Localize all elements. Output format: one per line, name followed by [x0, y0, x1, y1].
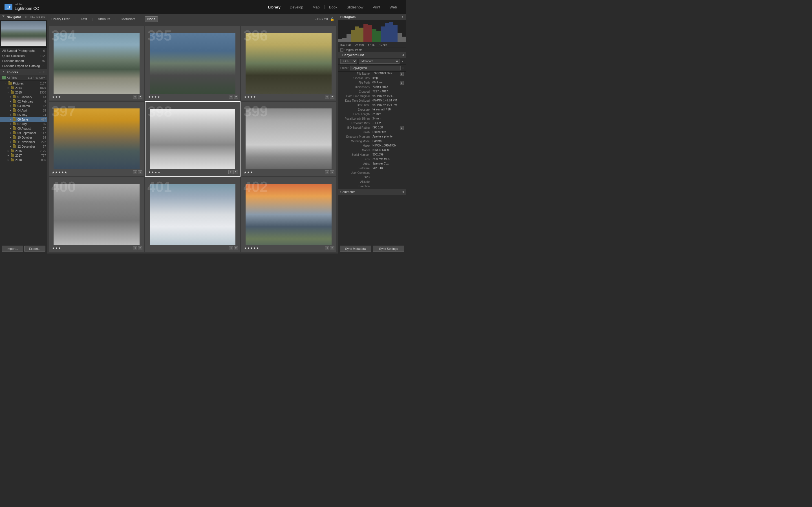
pictures-expand[interactable]: ▾ [4, 82, 7, 85]
filter-text[interactable]: Text [79, 17, 89, 22]
folder-jan[interactable]: ▶ 01 January 13 [0, 95, 47, 99]
folder-2016[interactable]: ▶ 2016 2175 [0, 149, 47, 153]
flag-icon[interactable]: ⚑ [234, 95, 238, 99]
nav-web[interactable]: Web [385, 5, 402, 9]
rotate-icon[interactable]: ⟲ [229, 95, 233, 99]
comments-chevron[interactable]: ◀ [402, 190, 404, 193]
jan-expand[interactable]: ▶ [9, 96, 12, 98]
meta-btn-iso[interactable]: ▶ [400, 126, 404, 130]
photo-394[interactable] [54, 33, 140, 94]
rotate-icon[interactable]: ⟲ [325, 246, 329, 250]
folder-2017[interactable]: ▶ 2017 737 [0, 153, 47, 158]
feb-expand[interactable]: ▶ [9, 100, 12, 103]
photo-401[interactable] [150, 184, 236, 245]
metadata-chevron[interactable]: ▼ [401, 60, 404, 63]
aug-expand[interactable]: ▶ [9, 127, 12, 130]
photo-395[interactable] [150, 33, 236, 94]
rotate-icon[interactable]: ⟲ [133, 95, 137, 99]
meta-btn-filepath[interactable]: ▶ [400, 81, 404, 85]
flag-icon[interactable]: ⚑ [330, 95, 335, 99]
grid-cell-398[interactable]: 398 ★ ★ ★ ★ ⟲ ⚑ [145, 101, 241, 177]
photo-400[interactable] [54, 184, 140, 245]
preset-input[interactable] [350, 66, 401, 70]
sync-metadata-button[interactable]: Sync Metadata [340, 245, 371, 252]
exif-select[interactable]: EXIF IPTC [340, 59, 357, 64]
rotate-icon[interactable]: ⟲ [133, 170, 137, 174]
folder-sep[interactable]: ▶ 09 September 117 [0, 131, 47, 135]
rotate-icon[interactable]: ⟲ [229, 170, 233, 174]
flag-icon[interactable]: ⚑ [138, 95, 142, 99]
folder-jul[interactable]: ▶ 07 July 86 [0, 122, 47, 126]
orig-photo-checkbox[interactable] [340, 48, 343, 52]
photo-398[interactable] [150, 109, 236, 169]
export-button[interactable]: Export... [24, 245, 46, 252]
flag-icon[interactable]: ⚑ [234, 170, 238, 174]
nav-print[interactable]: Print [368, 5, 385, 9]
rotate-icon[interactable]: ⟲ [229, 246, 233, 250]
folder-apr[interactable]: ▶ 04 April 35 [0, 108, 47, 113]
2017-expand[interactable]: ▶ [7, 154, 10, 157]
folder-plus[interactable]: + [43, 70, 45, 74]
filter-none[interactable]: None [145, 16, 158, 22]
nav-map[interactable]: Map [308, 5, 324, 9]
grid-cell-395[interactable]: 395 ★ ★ ★ ★ ⟲ ⚑ [145, 25, 241, 101]
folder-may[interactable]: ▶ 05 May 24 [0, 113, 47, 117]
navigator-header[interactable]: Navigator FIT FILL 1:1 2:1 [0, 14, 47, 20]
folder-dec[interactable]: ▶ 12 December 57 [0, 144, 47, 149]
jul-expand[interactable]: ▶ [9, 122, 12, 125]
keyword-plus[interactable]: + [342, 53, 343, 57]
folder-2018[interactable]: ▶ 2018 806 [0, 158, 47, 162]
import-button[interactable]: Import... [2, 245, 23, 252]
catalog-previous-import[interactable]: Previous Import 45 [0, 58, 47, 63]
flag-icon[interactable]: ⚑ [330, 170, 335, 174]
folder-minus[interactable]: − [39, 70, 41, 74]
folders-header[interactable]: Folders − + [0, 69, 47, 75]
preset-arrow[interactable]: ▾ [402, 67, 404, 69]
flag-icon[interactable]: ⚑ [330, 246, 335, 250]
folder-mar[interactable]: ▶ 03 March 62 [0, 104, 47, 108]
filter-metadata[interactable]: Metadata [120, 17, 137, 22]
photo-402[interactable] [246, 184, 332, 245]
comments-row[interactable]: Comments ◀ [338, 189, 406, 194]
rotate-icon[interactable]: ⟲ [133, 246, 137, 250]
keyword-chevron[interactable]: ◀ [402, 54, 404, 56]
metadata-dropdown[interactable]: Metadata [359, 59, 400, 64]
all-files-disk[interactable]: All Files 111 / 751 GB ▾ [0, 75, 47, 80]
grid-cell-400[interactable]: 400 ★ ★ ★ ⟲ ⚑ [49, 177, 145, 252]
folder-2015[interactable]: ▾ 2015 1300 [0, 90, 47, 95]
folder-nov[interactable]: ▶ 11 November 222 [0, 140, 47, 144]
meta-btn-filename[interactable]: ▶ [400, 72, 404, 76]
keyword-list-header[interactable]: + Keyword List ◀ [338, 52, 406, 58]
flag-icon[interactable]: ⚑ [138, 246, 142, 250]
nav-book[interactable]: Book [324, 5, 342, 9]
nav-develop[interactable]: Develop [285, 5, 308, 9]
oct-expand[interactable]: ▶ [9, 136, 12, 139]
apr-expand[interactable]: ▶ [9, 109, 12, 112]
2014-expand[interactable]: ▶ [7, 87, 10, 89]
dec-expand[interactable]: ▶ [9, 145, 12, 148]
may-expand[interactable]: ▶ [9, 114, 12, 116]
histogram-header[interactable]: Histogram ▼ [338, 14, 406, 20]
folder-feb[interactable]: ▶ 02 February 6 [0, 99, 47, 104]
histogram-chevron[interactable]: ▼ [401, 15, 404, 18]
grid-cell-399[interactable]: 399 ★ ★ ★ ⟲ ⚑ [241, 101, 337, 177]
photo-399[interactable] [246, 108, 332, 170]
flag-icon[interactable]: ⚑ [234, 246, 238, 250]
catalog-all-synced[interactable]: All Synced Photographs 0 [0, 48, 47, 53]
disk-selector[interactable]: ▾ [43, 76, 45, 79]
2018-expand[interactable]: ▶ [7, 159, 10, 161]
photo-397[interactable] [54, 108, 140, 170]
catalog-prev-export[interactable]: Previous Export as Catalog 1 [0, 63, 47, 68]
folder-aug[interactable]: ▶ 08 August 37 [0, 126, 47, 131]
one-one-btn[interactable]: 1:1 [36, 15, 40, 18]
nov-expand[interactable]: ▶ [9, 140, 12, 144]
sep-expand[interactable]: ▶ [9, 131, 12, 134]
grid-cell-397[interactable]: 397 ★ ★ ★ ★ ★ ⟲ ⚑ [49, 101, 145, 177]
lock-icon[interactable]: 🔒 [330, 17, 335, 21]
filter-attribute[interactable]: Attribute [96, 17, 112, 22]
nav-slideshow[interactable]: Slideshow [342, 5, 368, 9]
folder-oct[interactable]: ▶ 10 October 14 [0, 135, 47, 140]
rotate-icon[interactable]: ⟲ [325, 95, 329, 99]
photo-396[interactable] [246, 33, 332, 94]
nav-library[interactable]: Library [264, 5, 285, 9]
